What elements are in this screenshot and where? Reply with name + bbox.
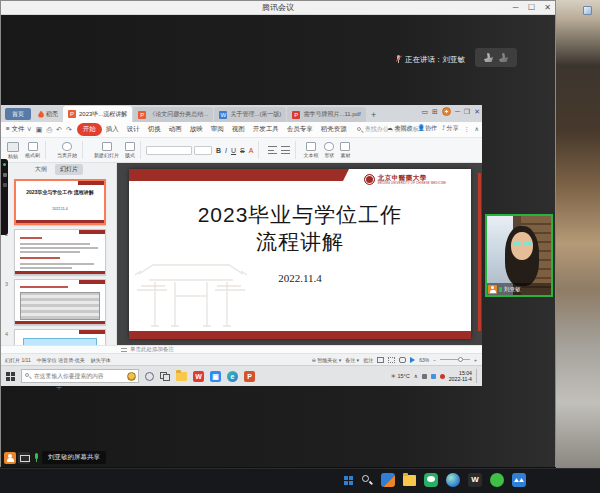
- cortana-icon[interactable]: [145, 372, 154, 381]
- raise-hand-icon[interactable]: [484, 53, 493, 62]
- layout-button[interactable]: 版式: [125, 142, 135, 158]
- font-size-select[interactable]: [194, 146, 212, 155]
- new-slide-button[interactable]: 新建幻灯片: [94, 142, 119, 158]
- win11-edge-icon[interactable]: [446, 473, 460, 487]
- textbox-button[interactable]: 文本框: [303, 142, 318, 158]
- comments-button[interactable]: 批注: [363, 357, 373, 363]
- wps-minimize-icon[interactable]: ─: [455, 108, 460, 115]
- minimize-button[interactable]: ─: [508, 1, 523, 14]
- menu-transition[interactable]: 切换: [144, 123, 165, 136]
- tray-expand-icon[interactable]: ∧: [414, 373, 418, 379]
- normal-view-icon[interactable]: [377, 357, 384, 363]
- wps-taskbar-icon[interactable]: W: [193, 371, 204, 382]
- material-button[interactable]: 素材: [340, 142, 350, 158]
- outline-tab[interactable]: 大纲: [35, 165, 47, 174]
- missing-font-warning[interactable]: 缺失字体: [91, 357, 111, 363]
- paste-button[interactable]: 粘贴: [7, 142, 19, 159]
- powerpoint-icon[interactable]: P: [244, 371, 255, 382]
- win11-start-button[interactable]: [344, 476, 353, 485]
- tray-app-icon[interactable]: [440, 374, 445, 379]
- notes-button[interactable]: 备注 ▾: [345, 357, 359, 363]
- win11-search-icon[interactable]: [361, 474, 373, 486]
- zoom-level[interactable]: 63%: [419, 357, 429, 363]
- play-from-current-button[interactable]: 当页开始: [57, 142, 77, 158]
- more-icon[interactable]: ⋮: [464, 125, 470, 132]
- align-center-icon[interactable]: [281, 146, 290, 154]
- sorter-view-icon[interactable]: [388, 357, 395, 363]
- weather-widget[interactable]: ☀ 15°C: [391, 373, 410, 379]
- desktop-shortcut-icon[interactable]: [583, 6, 592, 15]
- menu-insert[interactable]: 插入: [102, 123, 123, 136]
- menu-slideshow[interactable]: 放映: [186, 123, 207, 136]
- slideshow-play-icon[interactable]: [410, 357, 415, 363]
- start-button[interactable]: [6, 372, 15, 381]
- reading-view-icon[interactable]: [399, 357, 406, 363]
- meeting-taskbar-icon[interactable]: ▣: [210, 371, 221, 382]
- slide-thumbnail-1[interactable]: 2023毕业与学位工作 流程讲解 2022.11.4: [14, 179, 106, 225]
- current-slide[interactable]: 北京中醫藥大學 BEIJING UNIVERSITY OF CHINESE ME…: [129, 169, 471, 339]
- network-icon[interactable]: [422, 374, 427, 379]
- floating-toolbar[interactable]: [1, 159, 8, 235]
- win11-meeting-icon[interactable]: [512, 473, 526, 487]
- taskbar-clock[interactable]: 15:04 2022-11-4: [449, 370, 472, 382]
- file-explorer-icon[interactable]: [176, 372, 187, 381]
- collaborate-button[interactable]: 👤协作: [417, 124, 437, 133]
- wps-store-tab[interactable]: 稻壳: [33, 108, 63, 120]
- menu-file[interactable]: ≡ 文件 ∨: [6, 125, 32, 134]
- strikethrough-button[interactable]: S: [240, 147, 245, 154]
- shapes-button[interactable]: 形状: [324, 142, 334, 158]
- notes-bar[interactable]: 单击此处添加备注: [1, 345, 482, 353]
- beautify-button[interactable]: ⊖ 智能美化 ▾: [312, 357, 342, 363]
- doc-tab-summary[interactable]: P 《论文问题分类总结...: [133, 107, 213, 122]
- sync-status[interactable]: ☁ 未同步: [387, 124, 413, 133]
- close-button[interactable]: ✕: [540, 1, 555, 14]
- wps-home-tab[interactable]: 首页: [5, 108, 31, 120]
- wps-close-icon[interactable]: ✕: [474, 108, 480, 116]
- widgets-icon[interactable]: [381, 473, 395, 487]
- menu-docer[interactable]: 稻壳资源: [317, 123, 351, 136]
- volume-icon[interactable]: [431, 374, 436, 379]
- canvas-scrollbar[interactable]: [478, 173, 481, 331]
- skin-theme-icon[interactable]: [442, 107, 451, 116]
- collapse-ribbon-icon[interactable]: ∧: [475, 125, 479, 132]
- menu-view[interactable]: 视图: [228, 123, 249, 136]
- taskbar-search-box[interactable]: 在这里输入你要搜索的内容: [21, 369, 139, 383]
- win11-wps-icon[interactable]: W: [468, 473, 482, 487]
- zoom-out-icon[interactable]: −: [433, 357, 436, 363]
- clap-icon[interactable]: [499, 53, 508, 62]
- menu-start[interactable]: 开始: [77, 123, 102, 136]
- doc-tab-presentation[interactable]: P 2023毕...流程讲解: [63, 106, 132, 122]
- menu-member[interactable]: 会员专享: [283, 123, 317, 136]
- italic-button[interactable]: I: [225, 147, 227, 154]
- app-green-icon[interactable]: [490, 473, 504, 487]
- doc-tab-pdf[interactable]: P 需学号牌照片...11.pdf: [287, 107, 365, 122]
- share-button[interactable]: ⤴ 分享: [442, 124, 459, 133]
- maximize-button[interactable]: ☐: [524, 1, 539, 14]
- workspace-icon[interactable]: ▭: [421, 108, 428, 116]
- font-name-select[interactable]: [146, 146, 192, 155]
- menu-devtools[interactable]: 开发工具: [249, 123, 283, 136]
- save-icon[interactable]: ▣: [36, 126, 43, 134]
- redo-icon[interactable]: ↷: [66, 126, 72, 134]
- new-document-tab-button[interactable]: +: [367, 108, 381, 122]
- undo-icon[interactable]: ↶: [56, 126, 62, 134]
- wechat-icon[interactable]: [424, 473, 438, 487]
- menu-animation[interactable]: 动画: [165, 123, 186, 136]
- participant-video[interactable]: 刘亚敏: [485, 214, 553, 297]
- reaction-panel[interactable]: [475, 48, 517, 67]
- menu-review[interactable]: 审阅: [207, 123, 228, 136]
- font-color-button[interactable]: A: [249, 147, 254, 154]
- apps-grid-icon[interactable]: ⊞: [432, 108, 438, 116]
- win11-explorer-icon[interactable]: [403, 475, 416, 486]
- underline-button[interactable]: U: [231, 147, 236, 154]
- zoom-in-icon[interactable]: +: [474, 357, 477, 363]
- task-view-icon[interactable]: [160, 372, 170, 381]
- menu-design[interactable]: 设计: [123, 123, 144, 136]
- print-icon[interactable]: ⎙: [46, 126, 52, 134]
- align-left-icon[interactable]: [268, 146, 277, 154]
- bold-button[interactable]: B: [216, 147, 221, 154]
- slides-tab[interactable]: 幻灯片: [55, 164, 83, 175]
- zoom-slider[interactable]: [440, 359, 470, 360]
- show-desktop-button[interactable]: [476, 369, 479, 383]
- edge-icon[interactable]: e: [227, 371, 238, 382]
